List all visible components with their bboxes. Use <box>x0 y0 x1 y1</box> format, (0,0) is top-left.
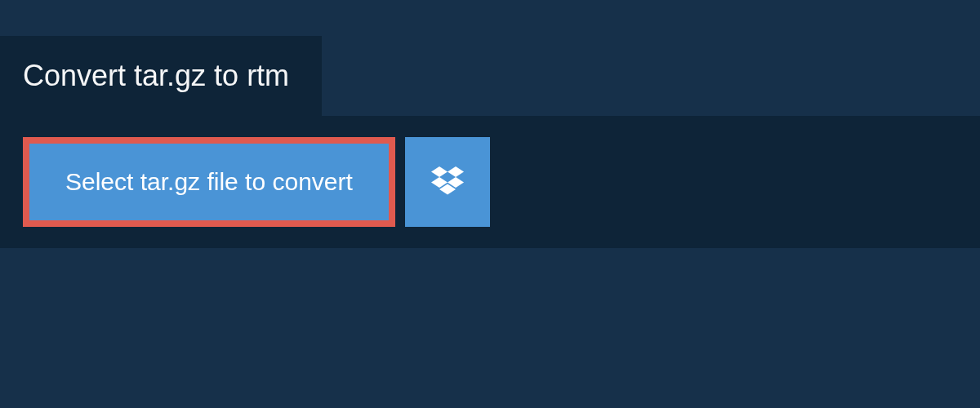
dropbox-button[interactable] <box>405 137 490 227</box>
select-file-button[interactable]: Select tar.gz file to convert <box>23 137 395 227</box>
header-tab: Convert tar.gz to rtm <box>0 36 322 116</box>
dropbox-icon <box>431 166 464 198</box>
page-title: Convert tar.gz to rtm <box>23 59 289 93</box>
select-file-label: Select tar.gz file to convert <box>65 168 353 196</box>
button-row: Select tar.gz file to convert <box>23 137 957 227</box>
upload-panel: Select tar.gz file to convert <box>0 116 980 248</box>
